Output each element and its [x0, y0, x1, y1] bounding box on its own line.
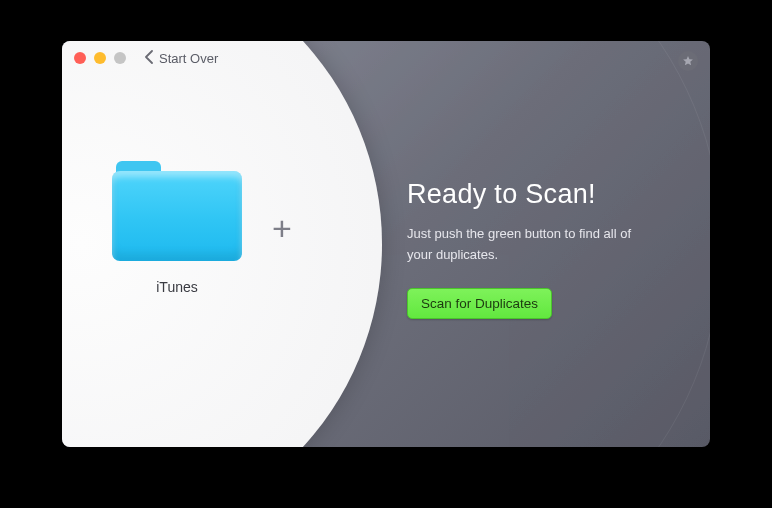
scan-button-label: Scan for Duplicates: [421, 296, 538, 311]
star-icon: [682, 55, 694, 67]
chevron-left-icon: [144, 50, 153, 67]
main-message: Ready to Scan! Just push the green butto…: [407, 179, 687, 319]
close-icon[interactable]: [74, 52, 86, 64]
folder-item[interactable]: iTunes: [112, 161, 242, 295]
start-over-button[interactable]: Start Over: [144, 50, 218, 67]
folder-icon: [112, 161, 242, 261]
titlebar: Start Over: [62, 41, 710, 75]
favorite-button[interactable]: [678, 51, 698, 71]
window-controls: [74, 52, 126, 64]
source-area: iTunes +: [112, 161, 342, 295]
scan-button[interactable]: Scan for Duplicates: [407, 288, 552, 319]
minimize-icon[interactable]: [94, 52, 106, 64]
add-source-button[interactable]: +: [272, 211, 292, 245]
app-window: Start Over iTunes + Ready to Scan! Just …: [62, 41, 710, 447]
heading: Ready to Scan!: [407, 179, 687, 210]
folder-label: iTunes: [156, 279, 198, 295]
subtext: Just push the green button to find all o…: [407, 224, 647, 266]
plus-icon: +: [272, 209, 292, 247]
start-over-label: Start Over: [159, 51, 218, 66]
zoom-icon[interactable]: [114, 52, 126, 64]
